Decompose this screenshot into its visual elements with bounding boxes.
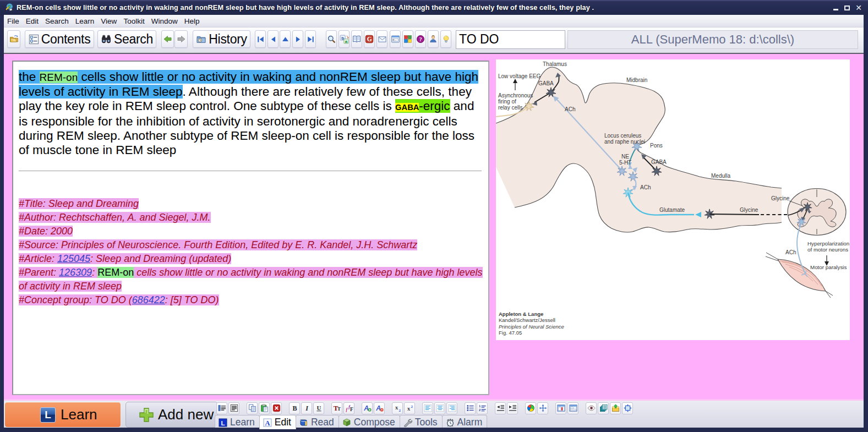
menu-search[interactable]: Search <box>42 15 72 27</box>
dictionary-icon <box>352 35 362 43</box>
tip-button[interactable] <box>440 30 451 48</box>
move-icon[interactable] <box>537 402 548 414</box>
svg-text:A: A <box>363 404 369 412</box>
tab-edit[interactable]: A Edit <box>259 415 296 429</box>
window-layout-icon[interactable] <box>567 402 578 414</box>
numbered-list-icon[interactable]: 12 <box>477 402 488 414</box>
registry-window-button[interactable]: x... <box>390 30 401 48</box>
superscript-icon[interactable]: x2 <box>404 402 415 414</box>
binoculars-icon <box>101 34 112 45</box>
parent-element-button[interactable] <box>280 30 291 48</box>
history-icon <box>196 35 206 44</box>
delete-text-icon[interactable] <box>271 402 282 414</box>
outdent-icon[interactable] <box>495 402 506 414</box>
underline-icon[interactable]: U <box>313 402 324 414</box>
element-text[interactable]: the REM-on cells show little or no activ… <box>19 70 478 157</box>
title-bar: REM-on cells show little or no activity … <box>0 0 868 15</box>
appearance-button[interactable] <box>402 30 413 48</box>
color-wheel-icon[interactable] <box>525 402 536 414</box>
dictionary-button[interactable] <box>351 30 362 48</box>
fit-window-icon[interactable] <box>622 402 633 414</box>
paste-icon[interactable] <box>259 402 270 414</box>
svg-text:2: 2 <box>398 408 401 413</box>
stack-pages-icon[interactable] <box>598 402 609 414</box>
read-tab-icon <box>299 418 308 427</box>
split-layout-icon[interactable] <box>555 402 566 414</box>
email-button[interactable] <box>376 30 387 48</box>
image-component[interactable]: Thalamus Low voltage EEG GABA Asynchrono… <box>496 59 850 340</box>
align-center-icon[interactable] <box>434 402 445 414</box>
close-button[interactable]: ✕ <box>854 3 864 12</box>
import-icon[interactable] <box>610 402 621 414</box>
menu-window[interactable]: Window <box>148 15 181 27</box>
back-button[interactable] <box>161 30 174 48</box>
open-collection-button[interactable] <box>7 30 20 48</box>
collection-status-panel[interactable]: ALL (SuperMemo 18: d:\colls\) <box>567 30 858 49</box>
google-button[interactable]: G <box>364 30 375 48</box>
menu-view[interactable]: View <box>97 15 120 27</box>
menu-learn[interactable]: Learn <box>72 15 98 27</box>
caption-figure-number: Fig. 47.05 <box>499 330 522 336</box>
increase-font-icon[interactable]: A <box>362 402 373 414</box>
maximize-button[interactable] <box>842 3 852 12</box>
first-element-button[interactable] <box>255 30 266 48</box>
forward-button[interactable] <box>174 30 188 48</box>
article-layout-icon[interactable] <box>228 402 239 414</box>
bullet-list-icon[interactable] <box>465 402 476 414</box>
font-icon[interactable]: TT <box>331 402 342 414</box>
zoom-button[interactable] <box>326 30 337 48</box>
add-new-button[interactable]: Add new <box>125 402 218 428</box>
element-template-icon[interactable] <box>216 402 227 414</box>
concept-group-input[interactable] <box>456 30 565 49</box>
font-size-icon[interactable]: ffF <box>343 402 354 414</box>
label-midbrain: Midbrain <box>626 77 647 83</box>
user-button[interactable] <box>428 30 439 48</box>
svg-text:1: 1 <box>479 404 481 408</box>
bold-icon[interactable]: B <box>289 402 300 414</box>
add-plus-icon <box>138 407 155 423</box>
history-button[interactable]: History <box>193 30 250 48</box>
svg-text:2: 2 <box>479 408 481 412</box>
html-editor-component[interactable]: the REM-on cells show little or no activ… <box>12 61 489 395</box>
menu-help[interactable]: Help <box>181 15 203 27</box>
svg-text:f: f <box>346 407 348 412</box>
minimize-button[interactable] <box>831 3 840 12</box>
help-icon: ? <box>416 35 425 43</box>
label-5ht: 5-HT <box>619 160 631 166</box>
tip-icon <box>442 35 450 44</box>
indent-icon[interactable] <box>507 402 518 414</box>
label-ach-3: ACh <box>785 249 796 255</box>
user-icon <box>429 35 438 43</box>
copy-icon[interactable] <box>247 402 258 414</box>
element-references[interactable]: #Title: Sleep and Dreaming#Author: Recht… <box>19 197 483 307</box>
menu-file[interactable]: File <box>4 15 23 27</box>
help-button[interactable]: ? <box>415 30 426 48</box>
eye-icon[interactable] <box>586 402 597 414</box>
label-locus-1: Locus ceruleus <box>604 133 641 139</box>
previous-element-button[interactable] <box>268 30 279 48</box>
label-hyperpolarization-1: Hyperpolarization <box>807 240 849 247</box>
next-element-button[interactable] <box>292 30 303 48</box>
last-element-icon <box>307 35 315 43</box>
learn-button[interactable]: L Learn <box>4 402 121 428</box>
italic-icon[interactable]: I <box>301 402 312 414</box>
contents-button[interactable]: Contents <box>25 30 94 48</box>
label-ach-2: ACh <box>640 184 651 190</box>
menu-toolkit[interactable]: Toolkit <box>120 15 148 27</box>
align-left-icon[interactable] <box>422 402 433 414</box>
reference-separator <box>19 171 482 171</box>
svg-text:x: x <box>395 404 398 411</box>
search-button[interactable]: Search <box>97 30 156 48</box>
collection-label: ALL (SuperMemo 18: d:\colls\) <box>631 32 794 47</box>
translate-button[interactable]: ba <box>339 30 350 48</box>
decrease-font-icon[interactable]: A <box>374 402 385 414</box>
label-asynchronous-2: firing of <box>498 99 516 105</box>
menu-edit[interactable]: Edit <box>23 15 42 27</box>
label-pons: Pons <box>650 143 663 149</box>
align-right-icon[interactable] <box>446 402 457 414</box>
svg-text:A: A <box>375 404 381 412</box>
last-element-button[interactable] <box>305 30 316 48</box>
subscript-icon[interactable]: x2 <box>392 402 403 414</box>
svg-text:x...: x... <box>393 39 396 41</box>
brainstem-figure: Thalamus Low voltage EEG GABA Asynchrono… <box>496 59 850 340</box>
